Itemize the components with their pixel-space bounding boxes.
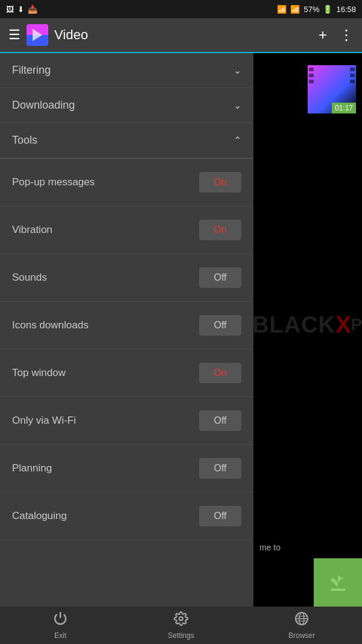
- popup-messages-row: Pop-up messages On: [0, 159, 253, 206]
- sounds-toggle[interactable]: Off: [199, 267, 241, 288]
- filtering-chevron-down-icon: ⌄: [233, 65, 241, 76]
- browser-label: Browser: [288, 631, 315, 640]
- icons-downloads-toggle[interactable]: Off: [199, 315, 241, 336]
- svg-rect-11: [331, 588, 345, 591]
- svg-rect-4: [309, 68, 314, 71]
- only-via-wifi-toggle[interactable]: Off: [199, 410, 241, 431]
- status-bar-right: 📶 📶 57% 🔋 16:58: [277, 5, 356, 14]
- cataloguing-label: Cataloguing: [12, 510, 67, 522]
- planning-label: Planning: [12, 462, 52, 474]
- welcome-text: me to: [259, 543, 281, 552]
- filtering-label: Filtering: [12, 64, 51, 77]
- power-icon: [53, 611, 68, 630]
- tools-chevron-up-icon: ⌃: [233, 135, 241, 146]
- app-title: Video: [54, 27, 319, 43]
- add-button[interactable]: +: [319, 27, 327, 43]
- photo-icon: 🖼: [6, 5, 14, 14]
- sounds-label: Sounds: [12, 272, 47, 284]
- bottom-nav: Exit Settings Browser: [0, 607, 362, 644]
- top-window-row: Top window On: [0, 349, 253, 397]
- download-icon: ⬇: [17, 5, 24, 14]
- svg-rect-8: [350, 74, 355, 77]
- icons-downloads-row: Icons downloads Off: [0, 302, 253, 349]
- cataloguing-toggle[interactable]: Off: [199, 506, 241, 526]
- battery-level: 57%: [303, 5, 319, 14]
- tools-section[interactable]: Tools ⌃: [0, 123, 253, 158]
- app-bar-actions: + ⋮: [319, 27, 354, 43]
- right-panel-content: 01:17: [253, 53, 362, 607]
- only-via-wifi-row: Only via Wi-Fi Off: [0, 397, 253, 445]
- filtering-section[interactable]: Filtering ⌄: [0, 53, 253, 88]
- app-bar: ☰ Video + ⋮: [0, 18, 362, 53]
- tools-label: Tools: [12, 134, 37, 147]
- svg-rect-6: [309, 80, 314, 83]
- wifi-icon: 📶: [277, 5, 287, 14]
- download-button[interactable]: [314, 558, 362, 607]
- planning-row: Planning Off: [0, 445, 253, 493]
- main-layout: Filtering ⌄ Downloading ⌄ Tools ⌃ Pop-up…: [0, 53, 362, 607]
- svg-rect-5: [309, 74, 314, 77]
- drawer: Filtering ⌄ Downloading ⌄ Tools ⌃ Pop-up…: [0, 53, 253, 607]
- sounds-row: Sounds Off: [0, 254, 253, 302]
- vibration-toggle[interactable]: On: [199, 220, 241, 240]
- svg-point-12: [179, 617, 183, 620]
- exit-label: Exit: [54, 631, 66, 640]
- top-window-toggle[interactable]: On: [199, 363, 241, 383]
- video-duration: 01:17: [332, 103, 356, 113]
- popup-messages-toggle[interactable]: On: [199, 172, 241, 193]
- popup-messages-label: Pop-up messages: [12, 176, 95, 188]
- cataloguing-row: Cataloguing Off: [0, 493, 253, 540]
- more-button[interactable]: ⋮: [339, 27, 354, 43]
- icons-downloads-label: Icons downloads: [12, 319, 89, 331]
- planning-toggle[interactable]: Off: [199, 458, 241, 479]
- signal-icon: 📶: [290, 5, 300, 14]
- nav-browser[interactable]: Browser: [241, 607, 362, 644]
- nav-exit[interactable]: Exit: [0, 607, 121, 644]
- vibration-row: Vibration On: [0, 206, 253, 254]
- svg-rect-7: [350, 68, 355, 71]
- status-bar: 🖼 ⬇ 📥 📶 📶 57% 🔋 16:58: [0, 0, 362, 18]
- battery-icon: 🔋: [323, 5, 332, 14]
- settings-icon: [174, 611, 188, 630]
- settings-label: Settings: [168, 631, 194, 640]
- inbox-icon: 📥: [28, 5, 37, 14]
- status-bar-left: 🖼 ⬇ 📥: [6, 5, 37, 14]
- clock: 16:58: [336, 5, 356, 14]
- only-via-wifi-label: Only via Wi-Fi: [12, 415, 76, 427]
- nav-settings[interactable]: Settings: [121, 607, 241, 644]
- menu-icon[interactable]: ☰: [8, 27, 21, 43]
- downloading-chevron-down-icon: ⌄: [233, 100, 241, 111]
- video-thumbnail: 01:17: [308, 65, 356, 113]
- svg-rect-9: [350, 80, 355, 83]
- svg-marker-10: [331, 575, 345, 587]
- downloading-label: Downloading: [12, 99, 75, 112]
- downloading-section[interactable]: Downloading ⌄: [0, 88, 253, 123]
- app-icon: [27, 24, 48, 46]
- globe-icon: [294, 611, 309, 630]
- vibration-label: Vibration: [12, 224, 52, 236]
- top-window-label: Top window: [12, 367, 66, 379]
- right-panel: 01:17 BLACK X PERIENCE .com me to: [253, 53, 362, 607]
